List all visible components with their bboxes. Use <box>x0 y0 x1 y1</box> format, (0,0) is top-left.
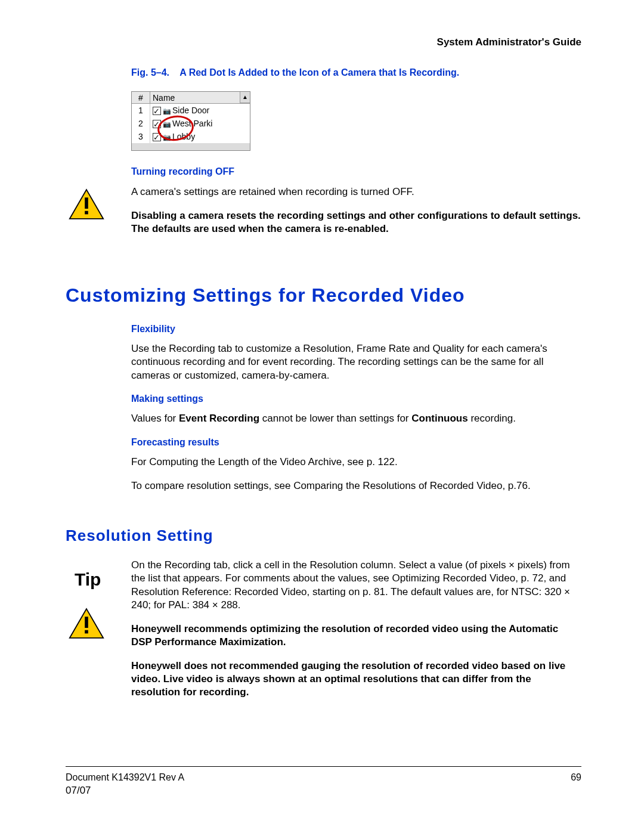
para: Values for Event Recording cannot be low… <box>131 412 581 425</box>
camera-list-figure: ▲ # Name 1 📷Side Door 2 📷West Parki 3 📷L… <box>131 91 250 151</box>
row-num: 2 <box>132 117 150 130</box>
subhead-turning-off: Turning recording OFF <box>131 166 581 178</box>
footer: Document K14392V1 Rev A 69 07/07 <box>66 766 581 797</box>
svg-rect-4 <box>85 617 88 628</box>
para: A camera's settings are retained when re… <box>131 185 581 199</box>
svg-rect-1 <box>85 197 88 209</box>
figure-caption-prefix: Fig. 5–4. <box>131 67 169 78</box>
content-column: Fig. 5–4. A Red Dot Is Added to the Icon… <box>131 67 581 199</box>
warning-icon <box>69 607 104 640</box>
para: On the Recording tab, click a cell in th… <box>131 559 581 611</box>
warning-text: Disabling a camera resets the recording … <box>131 209 581 236</box>
svg-rect-5 <box>85 630 88 634</box>
text: cannot be lower than settings for <box>259 413 411 424</box>
heading-customizing: Customizing Settings for Recorded Video <box>66 283 581 308</box>
table-row: 1 📷Side Door <box>132 104 250 117</box>
heading-resolution: Resolution Setting <box>66 526 581 546</box>
row-num: 1 <box>132 104 150 117</box>
para: To compare resolution settings, see Comp… <box>131 479 581 493</box>
checkbox-icon <box>153 107 161 115</box>
camera-icon: 📷 <box>163 107 171 114</box>
subhead-flexibility: Flexibility <box>131 323 581 336</box>
row-label: 📷Side Door <box>150 104 250 117</box>
footer-doc: Document K14392V1 Rev A <box>66 772 184 784</box>
footer-date: 07/07 <box>66 784 581 797</box>
subhead-making-settings: Making settings <box>131 393 581 405</box>
tip-text: Honeywell recommends optimizing the reso… <box>131 623 581 649</box>
tip-label: Tip <box>75 568 101 591</box>
svg-rect-2 <box>85 211 88 215</box>
col-hash: # <box>132 92 150 104</box>
footer-page: 69 <box>571 772 581 784</box>
warning-icon <box>69 188 104 221</box>
text-bold: Event Recording <box>179 413 259 424</box>
para: For Computing the Length of the Video Ar… <box>131 456 581 469</box>
row-num: 3 <box>132 130 150 143</box>
para: Use the Recording tab to customize a Res… <box>131 342 581 382</box>
text: Values for <box>131 413 179 424</box>
page: System Administrator's Guide Fig. 5–4. A… <box>0 0 644 833</box>
col-name: Name <box>150 92 250 104</box>
figure-caption-text: A Red Dot Is Added to the Icon of a Came… <box>179 67 459 78</box>
text: recording. <box>468 413 516 424</box>
warning-text: Honeywell does not recommended gauging t… <box>131 659 581 699</box>
subhead-forecasting: Forecasting results <box>131 436 581 449</box>
footer-rule <box>66 766 581 767</box>
header-title: System Administrator's Guide <box>66 36 581 49</box>
row-text: Side Door <box>172 106 209 115</box>
text-bold: Continuous <box>411 413 467 424</box>
scroll-up-icon: ▲ <box>240 92 250 103</box>
figure-caption: Fig. 5–4. A Red Dot Is Added to the Icon… <box>131 67 581 79</box>
